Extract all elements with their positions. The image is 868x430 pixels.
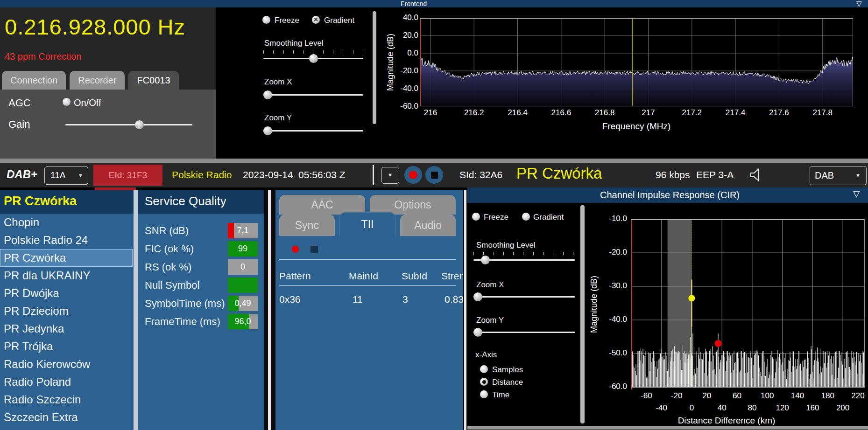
zoom-y-slider-handle[interactable] bbox=[263, 126, 272, 135]
smoothing-slider-handle[interactable] bbox=[309, 54, 318, 63]
zoom-y-slider[interactable] bbox=[263, 126, 363, 135]
channel-dropdown[interactable]: 11A ▼ bbox=[44, 166, 88, 185]
quality-metric-label: Null Symbol bbox=[145, 279, 199, 291]
spectrum-controls-panel: Freeze ✕ Gradient Smoothing Level Zoom X… bbox=[216, 7, 379, 159]
tab-sync[interactable]: Sync bbox=[279, 215, 335, 236]
axis-tick-label: 216.6 bbox=[551, 108, 572, 118]
axis-tick-label: -30.0 bbox=[609, 281, 627, 291]
axis-tick-label: 217.8 bbox=[812, 108, 833, 118]
cir-freeze-label: Freeze bbox=[484, 213, 508, 222]
controls-vertical-scrollbar[interactable] bbox=[373, 11, 376, 124]
x-axis-radio-distance[interactable] bbox=[480, 378, 488, 386]
collapse-cir-icon[interactable]: ▽ bbox=[853, 190, 860, 198]
tii-table-header-cell: SubId bbox=[402, 270, 427, 282]
tuner-tab[interactable]: FC0013 bbox=[128, 71, 178, 90]
x-axis-radio-samples[interactable] bbox=[480, 365, 488, 373]
service-quality-title: Service Quality bbox=[145, 194, 226, 208]
cir-zoom-y-slider-handle[interactable] bbox=[473, 328, 482, 337]
station-list-item[interactable]: PR Dzieciom bbox=[0, 302, 134, 320]
tii-table-header-cell: MainId bbox=[349, 270, 378, 282]
station-list-item[interactable]: Radio Szczecin bbox=[0, 391, 134, 409]
cir-gradient-radio[interactable] bbox=[522, 213, 530, 221]
cir-panel: Channel Impulse Response (CIR) ▽ Freeze … bbox=[467, 187, 868, 430]
dab-application-window: Frontend ▽ 0.216.928.000 Hz 43 ppm Corre… bbox=[0, 0, 868, 430]
spectrum-plot-area: Magnitude (dB) 40.020.00.0-20.0-40.0-60.… bbox=[379, 7, 868, 159]
collapse-frontend-icon[interactable]: ▽ bbox=[856, 0, 862, 7]
tab-tii[interactable]: TII bbox=[339, 212, 396, 236]
quality-metric-value: 0,49 bbox=[228, 296, 258, 311]
cir-zoom-x-slider[interactable] bbox=[473, 292, 575, 301]
ensemble-name-label: Polskie Radio bbox=[172, 169, 232, 180]
quality-gauge: 0 bbox=[228, 259, 258, 275]
station-list-item[interactable]: Radio Kierowców bbox=[0, 355, 134, 373]
axis-tick-label: -40.0 bbox=[609, 315, 627, 324]
cir-xtick-labels: -60-202060100140180220-4004080120160200 bbox=[631, 391, 865, 416]
axis-tick-label: -10.0 bbox=[609, 214, 627, 223]
gain-slider[interactable] bbox=[65, 120, 192, 129]
gain-label: Gain bbox=[8, 118, 30, 131]
station-list-item[interactable]: Polskie Radio 24 bbox=[0, 231, 134, 249]
cir-vertical-scrollbar[interactable] bbox=[580, 205, 585, 423]
quality-gauge: 99 bbox=[228, 241, 258, 257]
axis-tick-label: 180 bbox=[821, 391, 834, 401]
cir-ylabel: Magnitude (dB) bbox=[589, 257, 601, 351]
station-list-item[interactable]: Szczecin Extra bbox=[0, 409, 134, 426]
cir-zoom-y-slider-track bbox=[473, 332, 575, 333]
quality-gauge: 0,49 bbox=[228, 296, 258, 311]
tuner-tab[interactable]: Connection bbox=[2, 71, 66, 90]
station-list-item[interactable]: PR Dwójka bbox=[0, 284, 134, 302]
freeze-label: Freeze bbox=[275, 16, 299, 25]
cir-zoom-y-slider[interactable] bbox=[473, 328, 575, 337]
tab-audio[interactable]: Audio bbox=[400, 215, 456, 236]
zoom-x-slider[interactable] bbox=[263, 90, 363, 99]
spectrum-plot[interactable] bbox=[420, 18, 853, 106]
cir-freeze-radio[interactable] bbox=[472, 213, 480, 221]
station-list-item[interactable]: PR Trójka bbox=[0, 338, 134, 355]
axis-tick-label: 220 bbox=[851, 391, 864, 401]
tab-aac[interactable]: AAC bbox=[279, 195, 365, 215]
station-list-item[interactable]: Chopin bbox=[0, 214, 134, 231]
axis-tick-label: 40.0 bbox=[403, 13, 418, 22]
cir-zoom-x-slider-track bbox=[473, 296, 575, 298]
stop-button[interactable] bbox=[425, 166, 443, 184]
current-service-label: PR Czwórka bbox=[516, 165, 602, 182]
station-list-item[interactable]: Radio Poland bbox=[0, 373, 134, 391]
station-list-scrollbar[interactable] bbox=[134, 190, 138, 430]
gain-slider-track bbox=[65, 124, 192, 125]
x-axis-radio-time[interactable] bbox=[480, 390, 488, 398]
zoom-x-slider-handle[interactable] bbox=[263, 90, 272, 99]
frequency-display: 0.216.928.000 Hz bbox=[5, 14, 185, 40]
agc-toggle-radio[interactable] bbox=[63, 98, 71, 106]
cir-zoom-x-slider-handle[interactable] bbox=[473, 292, 482, 301]
cir-window-titlebar: Channel Impulse Response (CIR) ▽ bbox=[467, 187, 868, 203]
cir-plot[interactable] bbox=[631, 219, 865, 389]
decoder-tabs-row2: SyncTIIAudio bbox=[279, 215, 456, 236]
tuner-tab[interactable]: Recorder bbox=[70, 71, 125, 90]
axis-tick-label: 217.4 bbox=[726, 108, 746, 118]
output-dropdown-caret-icon: ▼ bbox=[855, 173, 861, 178]
station-list-item[interactable]: PR Czwórka bbox=[0, 249, 133, 267]
speaker-icon[interactable] bbox=[748, 166, 765, 183]
cir-horizontal-scrollbar[interactable] bbox=[467, 426, 868, 430]
cir-smoothing-slider-handle[interactable] bbox=[481, 256, 490, 264]
gain-slider-handle[interactable] bbox=[135, 120, 144, 129]
expand-dropdown-button[interactable]: ▼ bbox=[381, 167, 399, 184]
station-list-item[interactable]: PR Jedynka bbox=[0, 320, 134, 338]
horizontal-scrollbar-top[interactable] bbox=[0, 159, 868, 163]
quality-metric-value: 99 bbox=[228, 241, 258, 257]
gradient-checkbox[interactable]: ✕ bbox=[312, 16, 320, 24]
axis-tick-label: -20.0 bbox=[609, 248, 627, 257]
axis-tick-label: 216.8 bbox=[595, 108, 615, 118]
quality-metric-label: FrameTime (ms) bbox=[145, 316, 220, 328]
axis-tick-label: 200 bbox=[836, 403, 849, 413]
smoothing-slider[interactable] bbox=[263, 54, 363, 63]
agc-label: AGC bbox=[8, 97, 31, 109]
tab-options[interactable]: Options bbox=[370, 195, 456, 215]
output-dropdown[interactable]: DAB ▼ bbox=[810, 166, 867, 185]
station-list-item[interactable]: PR dla UKRAINY bbox=[0, 267, 134, 284]
freeze-radio[interactable] bbox=[262, 16, 270, 24]
cir-smoothing-slider[interactable] bbox=[473, 256, 575, 264]
axis-tick-label: -40.0 bbox=[400, 84, 418, 93]
zoom-x-label: Zoom X bbox=[264, 77, 292, 87]
record-button[interactable] bbox=[404, 166, 422, 184]
